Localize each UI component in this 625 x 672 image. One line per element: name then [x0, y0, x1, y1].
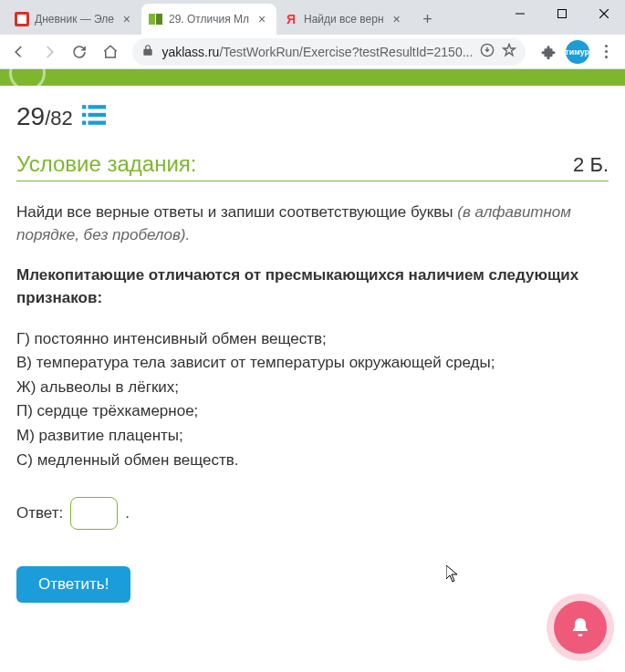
option: Г) постоянно интенсивный обмен веществ; [16, 328, 609, 351]
install-icon[interactable] [480, 43, 495, 60]
answer-label: Ответ: [16, 502, 63, 525]
tab-2[interactable]: Я Найди все верн × [276, 4, 411, 35]
task-header: Условие задания: 2 Б. [16, 151, 609, 181]
new-tab-button[interactable]: + [415, 6, 441, 32]
tab-title: Найди все верн [304, 13, 384, 26]
tab-title: Дневник — Эле [35, 13, 114, 26]
home-button[interactable] [97, 37, 123, 67]
window-controls [499, 0, 625, 27]
close-icon[interactable]: × [255, 12, 269, 26]
profile-avatar[interactable]: тимур [566, 40, 589, 64]
site-header-bar [0, 69, 625, 86]
close-icon[interactable]: × [120, 12, 134, 26]
submit-button[interactable]: Ответить! [16, 566, 130, 603]
svg-rect-1 [558, 10, 567, 18]
answer-input[interactable] [70, 497, 118, 530]
url-text: yaklass.ru/TestWorkRun/Exercise?testResu… [161, 45, 473, 59]
tab-strip: Дневник — Эле × 29. Отличия Мл × Я Найди… [0, 4, 499, 35]
task-list-icon[interactable] [82, 105, 106, 129]
option: М) развитие плаценты; [16, 425, 609, 448]
close-icon[interactable]: × [390, 12, 404, 26]
answer-suffix: . [125, 502, 130, 525]
address-bar[interactable]: yaklass.ru/TestWorkRun/Exercise?testResu… [132, 38, 526, 66]
task-question: Млекопитающие отличаются от пресмыкающих… [16, 264, 609, 309]
svg-rect-5 [82, 105, 86, 109]
docs-favicon [15, 12, 29, 26]
svg-rect-10 [88, 121, 106, 125]
content-area: 29/82 Условие задания: 2 Б. Найди все ве… [0, 69, 625, 672]
task-options: Г) постоянно интенсивный обмен веществ; … [16, 328, 609, 472]
svg-rect-9 [82, 121, 86, 125]
task-instruction: Найди все верные ответы и запиши соответ… [16, 202, 609, 246]
menu-button[interactable] [593, 37, 620, 67]
option: Ж) альвеолы в лёгких; [16, 377, 609, 399]
svg-rect-7 [82, 113, 86, 117]
answer-row: Ответ: . [16, 497, 609, 530]
svg-rect-8 [88, 113, 106, 117]
tab-title: 29. Отличия Мл [169, 13, 249, 26]
browser-toolbar: yaklass.ru/TestWorkRun/Exercise?testResu… [0, 35, 625, 69]
option: П) сердце трёхкамерное; [16, 400, 609, 423]
extensions-button[interactable] [535, 37, 561, 67]
minimize-button[interactable] [499, 0, 541, 27]
task-points: 2 Б. [573, 153, 609, 177]
tab-0[interactable]: Дневник — Эле × [7, 4, 141, 35]
task-progress: 29/82 [16, 102, 609, 131]
option: В) температура тела зависит от температу… [16, 352, 609, 375]
reload-button[interactable] [67, 37, 93, 67]
star-icon[interactable] [502, 43, 516, 60]
maximize-button[interactable] [541, 0, 583, 27]
lock-icon [141, 44, 154, 59]
tab-1[interactable]: 29. Отличия Мл × [141, 4, 276, 35]
yaklass-favicon [149, 12, 163, 26]
option: С) медленный обмен веществ. [16, 450, 609, 472]
svg-rect-6 [88, 105, 106, 109]
yandex-favicon: Я [284, 12, 298, 26]
task-title: Условие задания: [16, 151, 196, 177]
progress-number: 29/82 [16, 102, 73, 131]
page-body: 29/82 Условие задания: 2 Б. Найди все ве… [0, 86, 625, 672]
window-titlebar: Дневник — Эле × 29. Отличия Мл × Я Найди… [0, 0, 625, 35]
task-body: Найди все верные ответы и запиши соответ… [16, 202, 609, 603]
close-button[interactable] [583, 0, 625, 27]
notification-bell[interactable] [554, 601, 607, 654]
